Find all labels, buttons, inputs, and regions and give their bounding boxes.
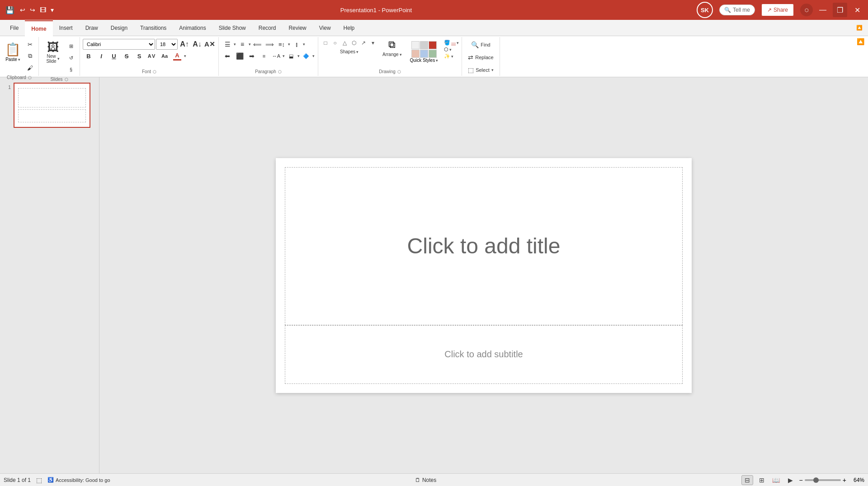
font-family-select[interactable]: Calibri <box>83 39 155 50</box>
bullets-dropdown[interactable]: ▾ <box>234 42 236 47</box>
copy-button[interactable]: ⧉ <box>24 51 36 61</box>
numbering-dropdown[interactable]: ▾ <box>249 42 251 47</box>
bold-button[interactable]: B <box>83 51 94 61</box>
tab-help[interactable]: Help <box>337 20 361 36</box>
tab-slideshow[interactable]: Slide Show <box>212 20 252 36</box>
shape-item[interactable]: ○ <box>330 39 340 47</box>
arrange-icon[interactable]: ⧉ <box>388 39 396 51</box>
reading-view-button[interactable]: 📖 <box>770 475 782 485</box>
change-case-button[interactable]: Aa <box>159 51 170 61</box>
qs-item[interactable] <box>420 50 428 58</box>
shape-fill-button[interactable]: 🪣 — ▾ <box>444 40 459 46</box>
zoom-slider[interactable] <box>805 479 841 481</box>
qs-item[interactable] <box>420 41 428 49</box>
font-expand-icon[interactable]: ⬡ <box>153 70 156 74</box>
presentation-icon[interactable]: 🎞 <box>38 5 48 15</box>
align-center-button[interactable]: ⬛ <box>234 51 245 61</box>
shape-effects-button[interactable]: ✨ ▾ <box>444 53 459 59</box>
qs-item[interactable] <box>429 50 437 58</box>
bullets-button[interactable]: ☰ <box>222 39 233 50</box>
section-button[interactable]: § <box>65 64 77 75</box>
user-avatar[interactable]: SK <box>697 2 713 18</box>
reset-button[interactable]: ↺ <box>65 52 77 63</box>
paragraph-expand-icon[interactable]: ⬡ <box>278 70 282 74</box>
shapes-button[interactable]: Shapes ▾ <box>338 48 361 56</box>
slide-thumb-image[interactable] <box>14 83 90 128</box>
decrease-indent-button[interactable]: ⟸ <box>251 39 263 50</box>
new-slide-button[interactable]: 🖼 NewSlide ▾ <box>42 39 64 66</box>
shape-item[interactable]: ↗ <box>359 39 368 47</box>
cut-button[interactable]: ✂ <box>24 39 36 50</box>
line-spacing-button[interactable]: ≡↕ <box>276 39 288 50</box>
collapse-ribbon-button[interactable]: 🔼 <box>854 23 864 33</box>
column-button[interactable]: ⫿ <box>291 39 302 50</box>
italic-button[interactable]: I <box>95 51 107 61</box>
shapes-dropdown[interactable]: ▾ <box>356 50 359 54</box>
quick-access-dropdown[interactable]: ▾ <box>49 5 56 15</box>
shape-outline-button[interactable]: ⬡ ▾ <box>444 47 459 52</box>
replace-button[interactable]: ⇄ Replace <box>465 51 497 63</box>
tab-record[interactable]: Record <box>252 20 283 36</box>
normal-view-button[interactable]: ⊟ <box>741 475 753 485</box>
slides-expand-icon[interactable]: ⬡ <box>65 77 68 82</box>
undo-button[interactable]: ↩ <box>18 5 27 15</box>
column-dropdown[interactable]: ▾ <box>303 42 305 47</box>
line-spacing-dropdown[interactable]: ▾ <box>288 42 290 47</box>
qs-item[interactable] <box>429 41 437 49</box>
smartart-dropdown[interactable]: ▾ <box>312 54 315 58</box>
collapse-ribbon-button[interactable]: 🔼 <box>855 36 866 47</box>
align-right-button[interactable]: ➡ <box>246 51 258 61</box>
layout-button[interactable]: ⊞ <box>65 41 77 51</box>
text-shadow-button[interactable]: S <box>133 51 145 61</box>
focus-mode-button[interactable]: ⬡ <box>800 4 813 16</box>
slide-subtitle-placeholder[interactable]: Click to add subtitle <box>444 349 523 360</box>
font-size-select[interactable]: 18 <box>156 39 178 50</box>
clear-formatting-button[interactable]: A✕ <box>204 39 216 50</box>
character-spacing-button[interactable]: AV <box>146 51 158 61</box>
save-button[interactable]: 💾 <box>4 4 16 16</box>
new-slide-dropdown[interactable]: ▾ <box>57 56 60 61</box>
slideshow-view-button[interactable]: ▶ <box>785 475 797 485</box>
effects-dropdown[interactable]: ▾ <box>451 54 453 59</box>
qs-item[interactable] <box>411 50 420 58</box>
font-color-dropdown[interactable]: ▾ <box>184 54 186 58</box>
fill-dropdown[interactable]: ▾ <box>457 41 459 45</box>
restore-button[interactable]: ❐ <box>833 3 847 17</box>
zoom-out-button[interactable]: − <box>799 477 803 484</box>
text-direction-dropdown[interactable]: ▾ <box>283 54 285 58</box>
accessibility-badge[interactable]: ♿ Accessibility: Good to go <box>47 477 110 483</box>
tab-review[interactable]: Review <box>282 20 312 36</box>
arrange-dropdown[interactable]: ▾ <box>400 52 402 57</box>
tell-me-bar[interactable]: 🔍 Tell me <box>719 5 755 15</box>
qs-item[interactable] <box>411 41 420 49</box>
tab-view[interactable]: View <box>313 20 337 36</box>
slide-subtitle-textbox[interactable]: Click to add subtitle <box>285 325 683 384</box>
shape-item[interactable]: △ <box>340 39 349 47</box>
slide-thumbnail-1[interactable]: 1 <box>2 81 97 130</box>
select-dropdown[interactable]: ▾ <box>491 68 494 72</box>
tab-draw[interactable]: Draw <box>79 20 104 36</box>
numbering-button[interactable]: ≡ <box>236 39 248 50</box>
drawing-expand-icon[interactable]: ⬡ <box>397 70 401 74</box>
quick-styles-dropdown[interactable]: ▾ <box>436 58 438 63</box>
redo-button[interactable]: ↪ <box>28 5 37 15</box>
close-button[interactable]: ✕ <box>850 3 864 17</box>
format-painter-button[interactable]: 🖌 <box>24 62 36 73</box>
font-grow-button[interactable]: A↑ <box>179 39 190 50</box>
align-text-dropdown[interactable]: ▾ <box>297 54 300 58</box>
quick-styles-button[interactable]: Quick Styles ▾ <box>407 39 442 65</box>
shape-item[interactable]: ⬡ <box>349 39 359 47</box>
align-text-button[interactable]: ⬓ <box>285 51 297 61</box>
zoom-in-button[interactable]: + <box>843 477 846 484</box>
find-button[interactable]: 🔍 Find <box>465 39 497 51</box>
strikethrough-button[interactable]: S <box>121 51 132 61</box>
slide-sorter-button[interactable]: ⊞ <box>756 475 768 485</box>
slide-title-placeholder[interactable]: Click to add title <box>407 234 561 258</box>
share-button[interactable]: ↗ Share <box>761 4 794 16</box>
tab-transitions[interactable]: Transitions <box>134 20 173 36</box>
tab-design[interactable]: Design <box>104 20 134 36</box>
tab-animations[interactable]: Animations <box>173 20 212 36</box>
clipboard-expand-icon[interactable]: ⬡ <box>28 75 32 80</box>
justify-button[interactable]: ≡ <box>258 51 270 61</box>
slide-notes-toggle-icon[interactable]: ⬚ <box>36 477 42 484</box>
